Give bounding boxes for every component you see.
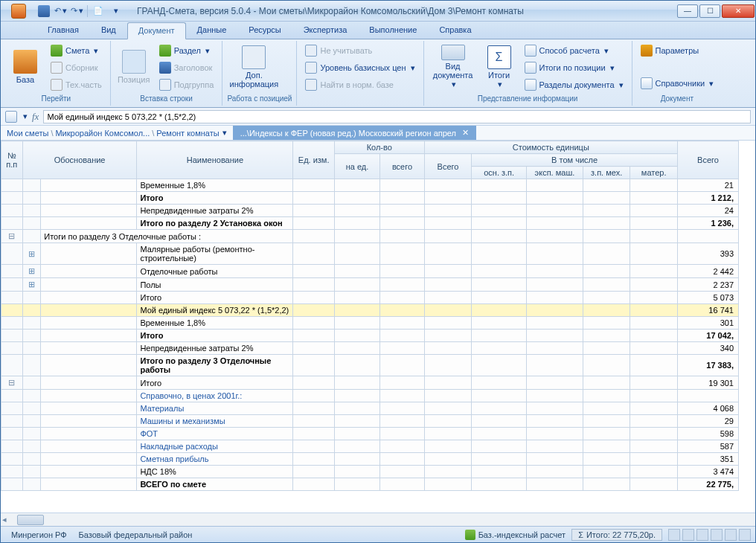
- horizontal-scrollbar[interactable]: ◂: [1, 513, 755, 526]
- close-tab-icon[interactable]: ✕: [462, 128, 469, 138]
- itogi-pos-button[interactable]: Итоги по позиции▾: [521, 60, 627, 76]
- scroll-thumb[interactable]: [17, 515, 44, 525]
- row-tree[interactable]: ⊟: [1, 376, 23, 390]
- qat-save-icon[interactable]: [38, 5, 50, 17]
- table-row[interactable]: ФОТ598: [1, 428, 739, 440]
- sections-doc-button[interactable]: Разделы документа▾: [521, 77, 627, 93]
- tab-main[interactable]: Главная: [36, 22, 90, 39]
- table-row[interactable]: Итого5 073: [1, 292, 739, 304]
- formula-input[interactable]: [43, 110, 751, 123]
- estimate-grid[interactable]: № п.п Обоснование Наименование Ед. изм. …: [1, 141, 739, 491]
- table-row[interactable]: ⊞Отделочные работы2 442: [1, 265, 739, 278]
- row-cell: [630, 265, 678, 278]
- table-row[interactable]: Итого по разделу 3 Отделочные работы17 3…: [1, 355, 739, 376]
- formula-list-icon[interactable]: [5, 111, 17, 123]
- bc-dropdown[interactable]: ▾: [222, 128, 227, 138]
- table-row[interactable]: Мой единый индекс 5 073,22 * (1,5*2,2)16…: [1, 304, 739, 317]
- fx-icon[interactable]: fx: [32, 111, 39, 123]
- tab-resources[interactable]: Ресурсы: [237, 22, 292, 39]
- index-tab[interactable]: ...\Индексы к ФЕР (новая ред.) Московски…: [233, 126, 476, 140]
- tab-help[interactable]: Справка: [428, 22, 482, 39]
- view-doc-button[interactable]: Вид документа▾: [429, 42, 478, 91]
- formula-dd[interactable]: ▾: [23, 112, 28, 121]
- row-cell: [527, 265, 583, 278]
- table-row[interactable]: Непредвиденные затраты 2%340: [1, 342, 739, 355]
- col-name[interactable]: Наименование: [137, 141, 293, 179]
- table-row[interactable]: Машины и механизмы29: [1, 415, 739, 428]
- col-vsego[interactable]: Всего: [424, 154, 472, 179]
- col-kol[interactable]: Кол-во: [334, 141, 424, 154]
- row-obs: [41, 205, 137, 217]
- row-tree: [1, 478, 23, 491]
- col-obs[interactable]: Обоснование: [22, 141, 137, 179]
- col-incl[interactable]: В том числе: [472, 154, 678, 167]
- table-row[interactable]: Справочно, в ценах 2001г.:: [1, 390, 739, 402]
- breadcrumb[interactable]: Мои сметы\ Микрорайон Комсомол...\ Ремон…: [1, 126, 233, 140]
- table-row[interactable]: Материалы4 068: [1, 402, 739, 415]
- table-row[interactable]: НДС 18%3 474: [1, 466, 739, 478]
- col-zpmech[interactable]: з.п. мех.: [583, 167, 630, 179]
- status-itogo[interactable]: Σ Итого: 22 775,20р.: [571, 529, 662, 541]
- col-kol-all[interactable]: всего: [380, 154, 424, 179]
- base-button[interactable]: База: [7, 42, 44, 91]
- tab-execution[interactable]: Выполнение: [358, 22, 428, 39]
- refs-button[interactable]: Справочники▾: [637, 75, 718, 91]
- itogi-button[interactable]: Σ Итоги▾: [481, 42, 518, 91]
- way-calc-button[interactable]: Способ расчета▾: [521, 42, 627, 59]
- sb-icon-3[interactable]: [696, 529, 708, 541]
- table-row[interactable]: ⊞Малярные работы (ремонтно-строительные)…: [1, 243, 739, 265]
- table-row[interactable]: Итого по разделу 2 Установка окон1 236,: [1, 217, 739, 230]
- params-button[interactable]: Параметры: [637, 42, 718, 59]
- sb-icon-5[interactable]: [725, 529, 737, 541]
- row-tree[interactable]: ⊟: [1, 230, 23, 243]
- table-row[interactable]: Непредвиденные затраты 2%24: [1, 205, 739, 217]
- status-base-fed[interactable]: Базовый федеральный район: [73, 530, 199, 539]
- tab-expertise[interactable]: Экспертиза: [292, 22, 359, 39]
- col-ed[interactable]: Ед. изм.: [293, 141, 334, 179]
- table-row[interactable]: Итого17 042,: [1, 330, 739, 342]
- bc-part-1[interactable]: Мои сметы: [7, 129, 48, 138]
- qat-app-icon[interactable]: 📄: [92, 5, 104, 17]
- close-button[interactable]: ✕: [722, 4, 755, 18]
- tab-view[interactable]: Вид: [90, 22, 127, 39]
- minimize-button[interactable]: —: [677, 4, 698, 18]
- qat-redo-button[interactable]: ↷▾: [71, 5, 83, 17]
- col-eksp[interactable]: эксп. маш.: [527, 167, 583, 179]
- table-row[interactable]: Временные 1,8%21: [1, 179, 739, 192]
- table-row[interactable]: ⊟Итого19 301: [1, 376, 739, 390]
- table-row[interactable]: ВСЕГО по смете22 775,: [1, 478, 739, 491]
- smeta-button[interactable]: Смета▾: [47, 42, 106, 59]
- base-level-button[interactable]: Уровень базисных цен▾: [301, 60, 418, 76]
- sb-icon-6[interactable]: [739, 529, 751, 541]
- app-menu-button[interactable]: [4, 1, 33, 21]
- dop-info-button[interactable]: Доп. информация: [227, 42, 281, 91]
- grid-area[interactable]: № п.п Обоснование Наименование Ед. изм. …: [1, 141, 755, 513]
- bc-part-3[interactable]: Ремонт комнаты: [156, 129, 219, 138]
- position-button: Позиция: [115, 42, 153, 91]
- col-kol-ed[interactable]: на ед.: [334, 154, 379, 179]
- col-unitcost[interactable]: Стоимость единицы: [424, 141, 677, 154]
- table-row[interactable]: Итого1 212,: [1, 192, 739, 205]
- status-calc-type[interactable]: Баз.-индексный расчет: [459, 530, 571, 540]
- col-osn[interactable]: осн. з.п.: [472, 167, 527, 179]
- table-row[interactable]: ⊞Полы2 237: [1, 278, 739, 292]
- sb-icon-1[interactable]: [668, 529, 680, 541]
- table-row[interactable]: Сметная прибыль351: [1, 453, 739, 466]
- tab-data[interactable]: Данные: [186, 22, 238, 39]
- col-total[interactable]: Всего: [677, 141, 738, 179]
- tab-document[interactable]: Документ: [127, 22, 186, 39]
- bc-part-2[interactable]: Микрорайон Комсомол...: [55, 129, 150, 138]
- col-mater[interactable]: матер.: [630, 167, 678, 179]
- sb-icon-2[interactable]: [682, 529, 694, 541]
- row-name: Итого по разделу 3 Отделочные работы: [137, 355, 293, 376]
- col-num[interactable]: № п.п: [1, 141, 23, 179]
- sb-icon-4[interactable]: [711, 529, 723, 541]
- table-row[interactable]: ⊟Итоги по разделу 3 Отделочные работы :: [1, 230, 739, 243]
- table-row[interactable]: Временные 1,8%301: [1, 317, 739, 330]
- maximize-button[interactable]: ☐: [699, 4, 720, 18]
- qat-customize-button[interactable]: ▾: [110, 5, 122, 17]
- section-button[interactable]: Раздел▾: [156, 42, 218, 59]
- qat-undo-button[interactable]: ↶▾: [54, 5, 66, 17]
- status-minregion[interactable]: Минрегион РФ: [5, 530, 73, 539]
- table-row[interactable]: Накладные расходы587: [1, 440, 739, 453]
